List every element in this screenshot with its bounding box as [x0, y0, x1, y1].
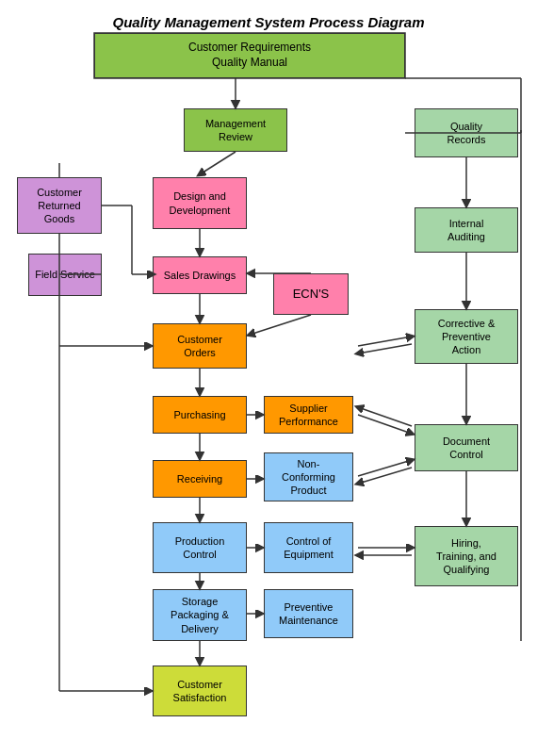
ecns-box: ECN'S — [273, 273, 349, 315]
internal-auditing-box: Internal Auditing — [415, 207, 518, 253]
sales-drawings-box: Sales Drawings — [153, 256, 247, 294]
hiring-training-box: Hiring, Training, and Qualifying — [415, 526, 518, 586]
design-dev-box: Design and Development — [153, 177, 247, 229]
field-service-box: Field Service — [28, 254, 102, 296]
svg-line-30 — [358, 415, 412, 434]
diagram-title: Quality Management System Process Diagra… — [0, 5, 537, 35]
receiving-box: Receiving — [153, 460, 247, 498]
quality-records-box: Quality Records — [415, 108, 518, 157]
control-equipment-box: Control of Equipment — [264, 522, 353, 573]
management-review-box: Management Review — [184, 108, 287, 152]
svg-line-31 — [358, 407, 412, 426]
corrective-action-box: Corrective & Preventive Action — [415, 309, 518, 364]
production-control-box: Production Control — [153, 522, 247, 573]
preventive-maint-box: Preventive Maintenance — [264, 589, 353, 638]
diagram-container: Quality Management System Process Diagra… — [0, 0, 537, 756]
svg-line-6 — [250, 315, 311, 335]
supplier-perf-box: Supplier Performance — [264, 396, 353, 434]
svg-line-29 — [358, 344, 412, 353]
purchasing-box: Purchasing — [153, 396, 247, 434]
customer-sat-box: Customer Satisfaction — [153, 666, 247, 716]
non-conforming-box: Non- Conforming Product — [264, 452, 353, 501]
svg-line-3 — [200, 152, 236, 174]
svg-line-32 — [358, 460, 412, 476]
storage-packaging-box: Storage Packaging & Delivery — [153, 589, 247, 641]
customer-returned-box: Customer Returned Goods — [17, 177, 102, 234]
svg-line-33 — [358, 468, 412, 484]
customer-req-box: Customer Requirements Quality Manual — [94, 33, 405, 78]
document-control-box: Document Control — [415, 424, 518, 471]
svg-line-28 — [358, 337, 412, 346]
customer-orders-box: Customer Orders — [153, 323, 247, 369]
